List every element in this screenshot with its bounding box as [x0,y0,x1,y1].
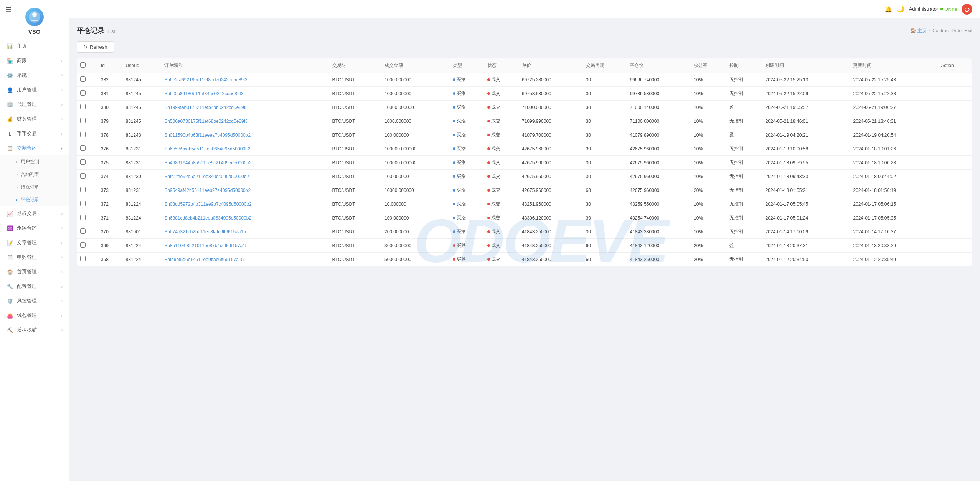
cell-amount-7: 100.000000 [381,170,450,183]
status-dot-6 [487,161,490,164]
cell-action-7[interactable] [938,170,972,183]
cell-action-5[interactable] [938,142,972,156]
menu-label-risk-mgmt: 风控管理 [17,298,37,304]
cell-id-10: 371 [98,211,123,225]
sidebar-item-perpetual[interactable]: ♾️永续合约› [0,221,69,235]
refresh-button[interactable]: ↻ Refresh [77,41,114,53]
sidebar-item-user-mgmt[interactable]: 👤用户管理› [0,83,69,97]
cell-createtime-3: 2024-05-21 18:46:01 [762,114,850,128]
sidebar-item-risk-mgmt[interactable]: 🛡️风控管理› [0,294,69,308]
header-checkbox [77,58,98,73]
sidebar-item-mining[interactable]: ⛏️质押挖矿› [0,323,69,337]
cell-status-5: 成交 [484,142,519,156]
sidebar-item-homepage-mgmt[interactable]: 🏠首页管理› [0,264,69,279]
cell-id-4: 378 [98,128,123,142]
type-text-13: 买跌 [457,256,466,263]
cell-action-10[interactable] [938,211,972,225]
cell-action-3[interactable] [938,114,972,128]
user-status: Online [940,7,957,12]
sidebar-sub-item-contract-list[interactable]: 合约列表 [0,168,69,181]
topbar: 🔔 🌙 Administrator Online ⏻ [69,0,980,18]
cell-action-12[interactable] [938,239,972,253]
sidebar-sub-item-position-orders[interactable]: 持仓订单 [0,181,69,193]
cell-action-4[interactable] [938,128,972,142]
cell-control-10: 无控制 [726,211,762,225]
row-checkbox-10[interactable] [80,215,86,220]
cell-action-2[interactable] [938,101,972,114]
cell-id-12: 369 [98,239,123,253]
row-checkbox-6[interactable] [80,159,86,165]
cell-action-1[interactable] [938,87,972,101]
cell-status-13: 成交 [484,253,519,266]
cell-updatetime-9: 2024-01-17 05:06:15 [850,197,938,211]
sidebar-item-merchant[interactable]: 🏪商家› [0,53,69,68]
refresh-icon: ↻ [83,44,87,50]
cell-action-0[interactable] [938,73,972,87]
cell-action-8[interactable] [938,183,972,197]
cell-action-6[interactable] [938,156,972,170]
cell-id-2: 380 [98,101,123,114]
row-checkbox-0[interactable] [80,76,86,82]
type-text-8: 买涨 [457,187,466,193]
sidebar-item-system[interactable]: ⚙️系统› [0,68,69,83]
arrow-icon-wallet-mgmt: › [61,314,63,318]
hamburger-menu[interactable]: ☰ [5,5,12,14]
power-button[interactable]: ⏻ [962,4,972,15]
row-checkbox-11[interactable] [80,228,86,234]
sidebar-item-agent-mgmt[interactable]: 🏢代理管理› [0,97,69,112]
cell-period-4: 30 [583,128,627,142]
cell-action-9[interactable] [938,197,972,211]
breadcrumb-home[interactable]: 🏠 主页 [910,28,926,34]
moon-icon[interactable]: 🌙 [897,5,904,13]
status-text-5: 成交 [491,145,500,152]
row-checkbox-8[interactable] [80,187,86,192]
cell-createtime-12: 2024-01-13 20:37:31 [762,239,850,253]
row-checkbox-5[interactable] [80,145,86,151]
sidebar-item-finance-mgmt[interactable]: 💰财务管理› [0,112,69,126]
row-checkbox-1[interactable] [80,90,86,96]
cell-pair-6: BTC/USDT [329,156,381,170]
status-dot-8 [487,189,490,192]
page-header: 平仓记录 List 🏠 主页 / Contract-Order-Exit [77,26,972,35]
type-dot-13 [453,258,455,261]
sidebar-item-wallet-mgmt[interactable]: 👛钱包管理› [0,308,69,323]
cell-control-6: 无控制 [726,156,762,170]
row-checkbox-9[interactable] [80,201,86,206]
cell-action-11[interactable] [938,225,972,239]
sidebar-item-currency-trade[interactable]: ₿币币交易› [0,126,69,141]
sidebar-item-config-mgmt[interactable]: 🔧配置管理› [0,279,69,294]
status-dot-13 [487,258,490,261]
status-text-9: 成交 [491,201,500,207]
sidebar-item-contract[interactable]: 📋交割合约▾ [0,141,69,155]
select-all-checkbox[interactable] [80,62,86,68]
cell-id-9: 372 [98,197,123,211]
type-text-3: 买涨 [457,118,466,124]
cell-control-4: 盈 [726,128,762,142]
sidebar-item-options-trade[interactable]: 📈期权交易› [0,206,69,221]
cell-pair-5: BTC/USDT [329,142,381,156]
cell-userid-7: 881230 [123,170,162,183]
sidebar-sub-item-user-control[interactable]: 用户控制 [0,155,69,168]
row-checkbox-12[interactable] [80,242,86,248]
sidebar-item-apply-mgmt[interactable]: 📋申购管理› [0,250,69,264]
sidebar-sub-item-close-records[interactable]: 平仓记录 [0,193,69,206]
menu-label-user-mgmt: 用户管理 [17,86,37,93]
type-dot-8 [453,189,455,192]
cell-updatetime-7: 2024-01-18 09:44:02 [850,170,938,183]
row-checkbox-3[interactable] [80,118,86,123]
cell-orderno-6: Sn46891944b8a511ee9c214095d50000b2 [161,156,329,170]
row-checkbox-7[interactable] [80,173,86,179]
cell-action-13[interactable] [938,253,972,266]
cell-orderno-4: Sn011590b4b63f11eeea7b4095d50000b2 [161,128,329,142]
sidebar-item-article-mgmt[interactable]: 📝文章管理› [0,235,69,250]
cell-price-12: 41843.250000 [519,239,583,253]
row-checkbox-13[interactable] [80,256,86,261]
cell-period-9: 30 [583,197,627,211]
row-checkbox-4[interactable] [80,132,86,137]
col-header-Id: Id [98,58,123,73]
sidebar-item-home[interactable]: 📊主页 [0,39,69,53]
menu-icon-finance-mgmt: 💰 [6,116,14,122]
bell-icon[interactable]: 🔔 [884,5,892,13]
row-checkbox-2[interactable] [80,104,86,109]
col-header-控制: 控制 [726,58,762,73]
